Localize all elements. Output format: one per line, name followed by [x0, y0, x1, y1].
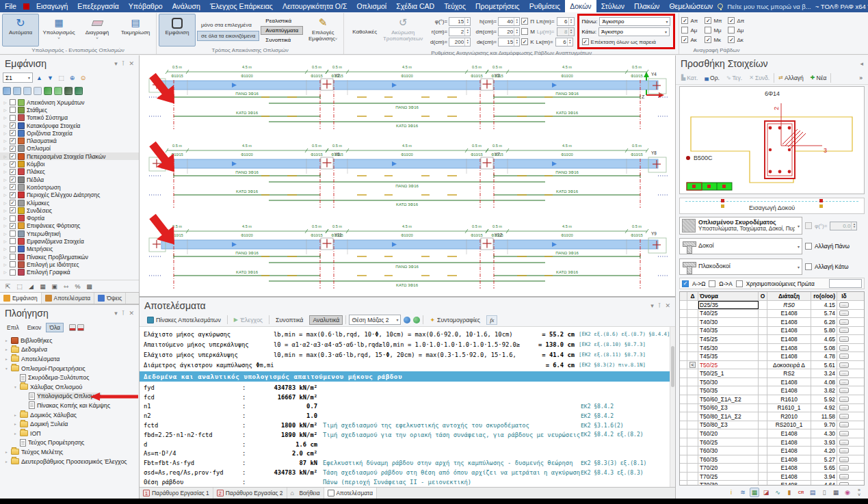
extend-all-checkbox[interactable]	[582, 38, 589, 45]
percent-icon[interactable]: %	[73, 282, 82, 291]
section-name-cell[interactable]: T40/35	[698, 327, 759, 335]
table-header-cell[interactable]: Ο	[759, 292, 767, 300]
level-down-icon[interactable]: ▼	[46, 73, 55, 82]
row-selector-cell[interactable]	[680, 412, 687, 421]
blue-sphere-icon[interactable]	[404, 317, 410, 323]
table-row[interactable]: T40/30E14086.28...	[680, 318, 864, 327]
table-row[interactable]: T60/30E14084.20...	[680, 447, 864, 455]
abbreviations-button[interactable]: ✦ Συντομογραφίες	[426, 315, 484, 325]
beam-elevation-row[interactable]: 0.5 mΦ10/154.5 mΦ10/200.5 mΦ10/15ΠΑΝΩ 3Φ…	[148, 141, 668, 211]
tree-checkbox[interactable]	[10, 192, 16, 198]
sections-table[interactable]: ΔΌνομαΟΔιάταξηro(o/oo)ΙδD25/35RS04.15...…	[679, 291, 865, 486]
toolbar-button-vertical-member-icon[interactable]: ▙Κατ.	[679, 73, 700, 83]
menu-item-6[interactable]: Λειτουργικότητα Ο/Σ	[278, 0, 352, 12]
number-field-dκ(cm)=[interactable]: 15▲▼	[498, 38, 520, 47]
tree-checkbox[interactable]	[10, 246, 16, 252]
row-selector-cell[interactable]	[680, 395, 687, 403]
expander-icon[interactable]: ▷	[3, 108, 8, 112]
section-name-cell[interactable]: T60/30	[698, 447, 759, 455]
doc-tab-Παράθυρο Εργασίας 2[interactable]: 2Παράθυρο Εργασίας 2	[213, 488, 287, 499]
nav-item[interactable]: ▸Δομικός Χάλυβας	[0, 410, 139, 420]
table-row[interactable]: T45/30E14085.08...	[680, 344, 864, 353]
menu-item-4[interactable]: Ανάλυση	[168, 0, 205, 12]
handle-icon[interactable]	[721, 199, 724, 202]
ellipsis-button[interactable]: ...	[839, 328, 849, 333]
only-selected-button[interactable]: μόνο στα επιλεγμένα	[197, 20, 259, 30]
section-name-cell[interactable]: T50/60_Σ1Α_Σ2	[698, 395, 759, 403]
ellipsis-button[interactable]: ...	[839, 457, 849, 462]
close-icon[interactable]: ✕	[129, 60, 134, 67]
row-selector-cell[interactable]	[680, 335, 687, 343]
row-selector-cell[interactable]	[680, 301, 687, 309]
toolbar-button-purlin-icon[interactable]: ⇘Τεγ.	[724, 73, 745, 83]
ellipsis-button[interactable]: ...	[839, 354, 849, 359]
doc-tab-Βοήθεια[interactable]: ⌂Βοήθεια	[287, 488, 324, 499]
row-selector-cell[interactable]	[680, 318, 687, 326]
mode-button-Αναπτύγματα[interactable]: Αναπτύγματα	[261, 26, 303, 35]
row-selector-cell[interactable]	[680, 386, 687, 395]
tree-checkbox[interactable]	[10, 161, 16, 168]
bars-chart-icon[interactable]: ▮	[785, 488, 794, 497]
menu-item-11[interactable]: Ρυθμίσεις	[525, 0, 566, 12]
collapse-icon[interactable]: ◂	[860, 60, 863, 67]
results-content[interactable]: Ελάχιστο μήκος αγκύρωσηςlb,min = max(0.6…	[140, 327, 675, 487]
report-icon[interactable]: ▤	[808, 488, 817, 497]
handle-icon[interactable]	[721, 204, 724, 208]
used-first-checkbox[interactable]	[736, 280, 743, 287]
result-tables-button[interactable]: Πίνακες Αποτελεσμάτων	[144, 315, 224, 325]
checkbox-Ακ[interactable]	[681, 36, 688, 43]
ellipsis-button[interactable]: ...	[839, 465, 849, 470]
view-wire-icon[interactable]	[23, 87, 31, 95]
nav-item[interactable]: ▸Τεύχος Μελέτης	[0, 447, 139, 457]
level-up-icon[interactable]: ▲	[35, 73, 44, 82]
row-selector-cell[interactable]	[680, 378, 687, 386]
panel-tab-Αποτελέσματα[interactable]: Αποτελέσματα	[42, 293, 95, 304]
tree-item-select-by-properties-icon[interactable]: ▷Επιλογή με Ιδιότητες	[0, 261, 139, 268]
select-all-icon[interactable]: ⇱	[3, 282, 12, 291]
tree-item-load-areas-icon[interactable]: ▷Επιφάνειες Φόρτισης	[0, 222, 139, 230]
detailed-button[interactable]: Αναλυτικά	[309, 315, 343, 325]
section-name-cell[interactable]: T50/25_1	[698, 369, 759, 377]
row-selector-cell[interactable]	[680, 327, 687, 335]
spinner-icon[interactable]: ▲▼	[567, 38, 573, 46]
table-row[interactable]: T70/30E14084.64...	[680, 481, 864, 486]
expander-icon[interactable]: ▷	[3, 263, 8, 267]
panel-menu-icon[interactable]: ▾	[650, 302, 654, 309]
expander-icon[interactable]: ▷	[3, 124, 8, 128]
table-header-cell[interactable]: Ιδ	[837, 292, 851, 300]
mode-button-Συνοπτικά[interactable]: Συνοπτικά	[261, 36, 303, 44]
spinner-icon[interactable]: ▲▼	[464, 18, 470, 25]
pin-icon[interactable]: ⊺	[122, 60, 125, 67]
ellipsis-button[interactable]: ...	[839, 405, 849, 410]
handle-icon[interactable]	[819, 199, 823, 202]
section-name-cell[interactable]: T50/30	[698, 378, 759, 386]
tree-item-colors-icon[interactable]: ▷Απεικόνιση Χρωμάτων	[0, 98, 139, 106]
drawing-canvas[interactable]: Z 0.5 mΦ10/154.5 mΦ10/200.5 mΦ10/15ΠΑΝΩ …	[140, 55, 675, 297]
section-name-cell[interactable]: T60/25	[698, 438, 759, 447]
global-settings-button[interactable]: Καθολικές	[346, 14, 383, 49]
select-previous-icon[interactable]: ▣	[50, 282, 59, 291]
section-name-cell[interactable]: T45/35	[698, 352, 759, 360]
menu-item-file[interactable]: File	[0, 0, 21, 12]
checkbox-Δπ[interactable]	[728, 17, 735, 24]
table-header-cell[interactable]: Δ	[687, 292, 698, 300]
close-icon[interactable]: ✕	[665, 302, 670, 309]
checkbox-Μμ[interactable]	[705, 27, 711, 34]
ellipsis-button[interactable]: ...	[839, 388, 849, 393]
spinner-icon[interactable]: ▲▼	[568, 18, 574, 25]
number-field-h(cm)=[interactable]: 40▲▼	[498, 17, 520, 26]
tree-item-local-system-icon[interactable]: ▷Τοπικό Σύστημα	[0, 114, 139, 122]
tree-item-horizontal-elements-icon[interactable]: ▷Οριζόντια Στοιχεία	[0, 129, 139, 137]
ellipsis-button[interactable]: ...	[839, 345, 849, 351]
nav-item[interactable]: ▸Δευτεροβάθμιος Προσεισμικός Έλεγχος	[0, 457, 139, 466]
menu-item-5[interactable]: Έλεγχος Επάρκειας	[205, 0, 278, 12]
expander-icon[interactable]: ▸	[13, 413, 18, 417]
length-field-K[interactable]: 6▲▼	[555, 38, 573, 47]
nav-filter-Εικον[interactable]: Εικον	[24, 323, 45, 332]
ellipsis-button[interactable]: ...	[839, 440, 849, 445]
levels-table-icon[interactable]: ▦	[750, 488, 759, 497]
row-selector-cell[interactable]	[680, 481, 687, 486]
menu-item-2[interactable]: Επεξεργασία	[73, 0, 124, 12]
ellipsis-button[interactable]: ...	[839, 336, 849, 342]
cancel-modifications-button[interactable]: ↻ Ακύρωση Τροποποιήσεων	[384, 14, 421, 49]
